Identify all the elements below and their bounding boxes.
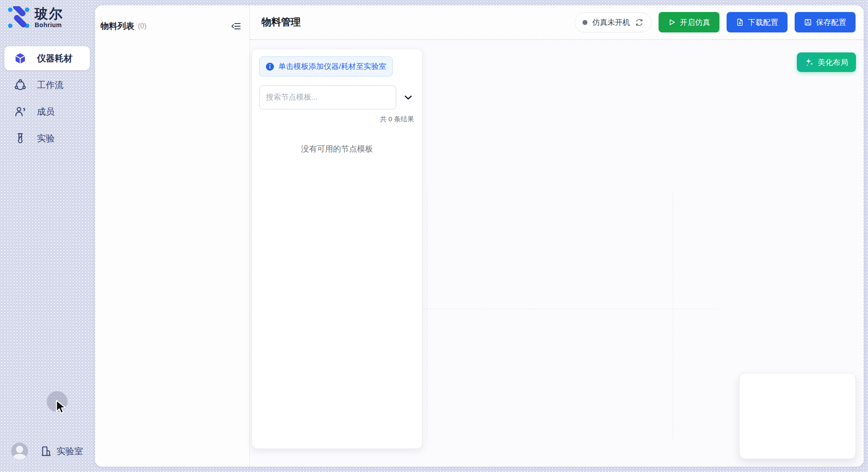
chevron-down-icon[interactable] (403, 92, 414, 103)
bohrium-logo-icon (7, 6, 30, 29)
template-search-row (259, 85, 415, 109)
sidebar-item-experiment[interactable]: 实验 (4, 126, 90, 150)
beautify-layout-button[interactable]: 美化布局 (797, 52, 856, 72)
save-config-button[interactable]: 保存配置 (795, 12, 856, 32)
header-actions: 仿真未开机 开启仿真 (575, 12, 856, 32)
file-download-icon (736, 18, 744, 26)
status-dot-icon (583, 20, 587, 25)
collapse-panel-icon[interactable] (231, 21, 241, 32)
sidebar-item-workflow[interactable]: 工作流 (4, 73, 90, 97)
start-simulation-label: 开启仿真 (680, 17, 710, 28)
search-template-input[interactable] (259, 85, 396, 109)
canvas-minimap[interactable] (739, 373, 856, 459)
sparkles-icon (805, 58, 814, 67)
experiment-icon (14, 132, 26, 144)
main-region: 物料管理 仿真未开机 开启仿真 (250, 5, 864, 467)
cube-icon (14, 52, 26, 64)
template-hint-text: 单击模板添加仪器/耗材至实验室 (278, 61, 386, 72)
content-card: 物料列表 (0) 物料管理 仿真未开机 (95, 5, 864, 467)
beautify-layout-label: 美化布局 (818, 57, 848, 68)
building-icon (40, 445, 52, 457)
lab-entry[interactable]: 实验室 (40, 445, 83, 457)
material-list-count: (0) (138, 22, 147, 30)
info-icon (265, 62, 274, 71)
template-hint-chip: 单击模板添加仪器/耗材至实验室 (259, 56, 393, 76)
start-simulation-button[interactable]: 开启仿真 (659, 12, 719, 32)
sidebar-menu: 仪器耗材 工作流 成员 (4, 46, 90, 153)
save-icon (804, 18, 812, 26)
material-list-title: 物料列表 (100, 20, 134, 32)
lab-label: 实验室 (56, 445, 83, 457)
brand-name: 玻尔 (35, 7, 63, 20)
material-list-header: 物料列表 (0) (95, 5, 249, 32)
play-icon (668, 18, 676, 26)
canvas-guide-vertical (673, 191, 673, 441)
download-config-button[interactable]: 下载配置 (727, 12, 788, 32)
brand-subtitle: Bohrium (35, 21, 63, 28)
download-config-label: 下载配置 (748, 17, 778, 28)
workflow-icon (14, 79, 26, 91)
brand-text: 玻尔 Bohrium (35, 7, 63, 28)
user-avatar[interactable] (11, 443, 28, 460)
sidebar-item-members[interactable]: 成员 (4, 100, 90, 124)
sidebar-item-label: 仪器耗材 (37, 52, 72, 64)
empty-templates-text: 没有可用的节点模板 (259, 144, 415, 154)
result-count-text: 共 0 条结果 (259, 115, 415, 124)
simulation-status-text: 仿真未开机 (592, 17, 630, 28)
page-title: 物料管理 (261, 16, 301, 29)
material-list-panel: 物料列表 (0) (95, 5, 250, 467)
node-template-panel: 单击模板添加仪器/耗材至实验室 共 0 条结果 没有可用的节点模板 (252, 49, 422, 449)
canvas-guide-horizontal (423, 309, 717, 309)
save-config-label: 保存配置 (816, 17, 846, 28)
sidebar-item-label: 实验 (37, 132, 55, 144)
flow-canvas[interactable]: 单击模板添加仪器/耗材至实验室 共 0 条结果 没有可用的节点模板 (250, 40, 864, 467)
sidebar-item-instruments[interactable]: 仪器耗材 (4, 46, 90, 70)
sidebar-item-label: 工作流 (37, 79, 64, 91)
brand-logo[interactable]: 玻尔 Bohrium (7, 6, 63, 29)
sidebar: 玻尔 Bohrium 仪器耗材 工作流 (0, 0, 95, 472)
canvas-guide-vertical (427, 191, 427, 441)
sidebar-item-label: 成员 (37, 106, 55, 118)
mouse-cursor (55, 400, 67, 416)
simulation-status-chip: 仿真未开机 (575, 12, 651, 32)
refresh-icon[interactable] (635, 18, 643, 27)
members-icon (14, 106, 26, 118)
sidebar-footer: 实验室 (11, 443, 83, 460)
main-header: 物料管理 仿真未开机 开启仿真 (250, 5, 864, 40)
